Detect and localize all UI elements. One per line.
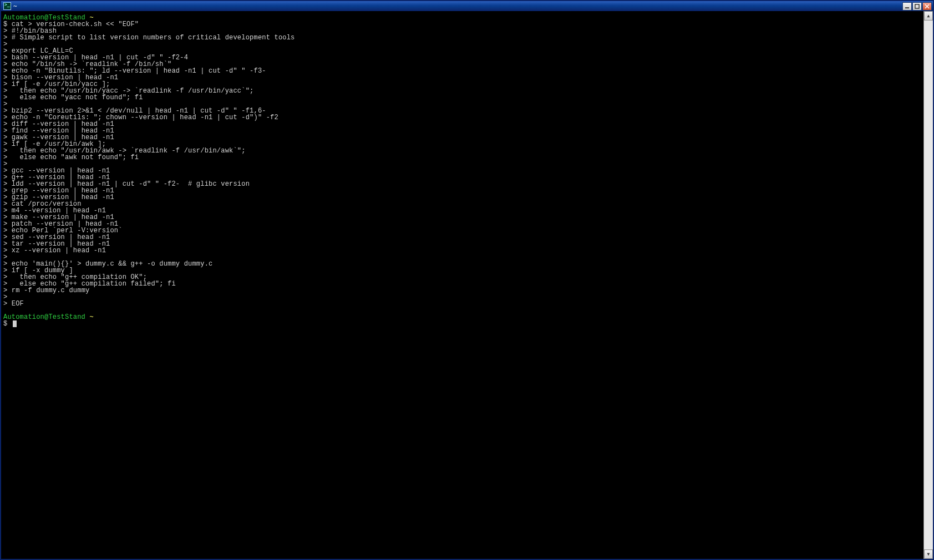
prompt-user-host: Automation@TestStand	[3, 313, 85, 321]
vertical-scrollbar[interactable]: ▲ ▼	[923, 11, 933, 559]
prompt-symbol: $	[3, 320, 7, 328]
prompt-path: ~	[89, 14, 93, 22]
close-button[interactable]	[922, 2, 932, 11]
terminal-icon	[3, 2, 11, 10]
chevron-up-icon: ▲	[927, 13, 930, 18]
prompt-path: ~	[89, 313, 93, 321]
terminal-output[interactable]: Automation@TestStand ~ $ cat > version-c…	[1, 11, 923, 559]
scroll-up-button[interactable]: ▲	[924, 11, 933, 21]
svg-rect-0	[905, 7, 909, 8]
prompt-user-host: Automation@TestStand	[3, 14, 85, 22]
chevron-down-icon: ▼	[927, 552, 930, 557]
minimize-button[interactable]	[902, 2, 912, 11]
ps2-symbol: >	[3, 300, 7, 308]
text-cursor	[13, 320, 17, 327]
maximize-icon	[915, 4, 920, 9]
terminal-window: ~ Automation@TestStand ~ $ cat > version…	[0, 0, 934, 560]
svg-rect-1	[915, 4, 919, 8]
close-icon	[925, 4, 930, 9]
title-bar-left: ~	[3, 2, 17, 10]
scroll-down-button[interactable]: ▼	[924, 549, 933, 559]
scroll-track[interactable]	[924, 21, 933, 549]
maximize-button[interactable]	[912, 2, 922, 11]
minimize-icon	[905, 4, 910, 9]
window-controls	[902, 2, 932, 11]
title-bar[interactable]: ~	[1, 1, 933, 11]
terminal-body-wrap: Automation@TestStand ~ $ cat > version-c…	[1, 11, 933, 559]
window-title: ~	[13, 3, 17, 10]
